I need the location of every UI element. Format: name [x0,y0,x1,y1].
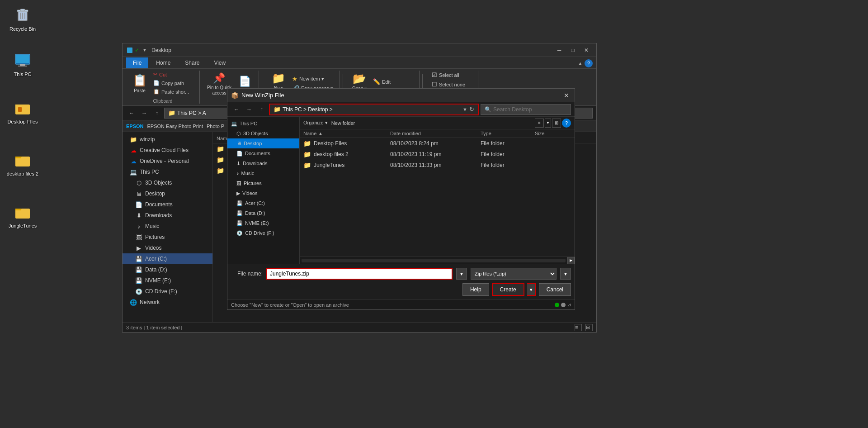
dialog-sidebar-data-d[interactable]: 💾 Data (D:) [227,208,299,218]
help-button[interactable]: Help [462,283,489,296]
forward-button[interactable]: → [139,108,150,119]
table-row[interactable]: 📁 JungleTunes 08/10/2023 11:33 pm File f… [300,160,575,171]
dialog-back-button[interactable]: ← [231,104,242,115]
tab-file[interactable]: File [126,57,148,68]
desktop-icon-recycle-bin[interactable]: Recycle Bin [5,5,41,33]
dialog-status-text: Choose "New" to create or "Open" to open… [231,302,349,308]
dialog-toolbar: Organize ▾ New folder ≡ ▼ ⊞ ? [300,117,575,129]
dialog-sidebar-videos[interactable]: ▶ Videos [227,188,299,198]
dialog-downloads-icon: ⬇ [236,161,241,166]
table-row[interactable]: 📁 Desktop FIles 08/10/2023 8:24 pm File … [300,138,575,149]
desktop-icon-jungletunes[interactable]: JungleTunes [5,201,41,230]
sidebar-item-this-pc[interactable]: 💻 This PC [123,166,212,177]
desktop-icon-desktop-files-2[interactable]: desktop files 2 [5,149,41,178]
cut-icon: ✂ [153,71,157,77]
sidebar-item-videos[interactable]: ▶ Videos [123,243,212,253]
sidebar-item-pictures[interactable]: 🖼 Pictures [123,232,212,243]
dialog-address-refresh[interactable]: ↻ [469,106,474,113]
create-button[interactable]: Create [492,283,524,296]
sidebar-item-data-d[interactable]: 💾 Data (D:) [123,264,212,275]
help-icon[interactable]: ? [585,59,593,67]
sidebar-item-desktop[interactable]: 🖥 Desktop [123,188,212,199]
sidebar-item-nvme-e[interactable]: 💾 NVME (E:) [123,275,212,286]
dropdown-view-icon[interactable]: ▼ [545,119,551,128]
ribbon-collapse-icon[interactable]: ▲ [578,61,583,66]
cancel-button[interactable]: Cancel [539,283,571,296]
create-arrow-button[interactable]: ▼ [527,283,536,296]
dialog-address-box[interactable]: 📁 This PC > Desktop > ▼ ↻ [269,104,479,115]
cut-button[interactable]: ✂ Cut [151,71,196,78]
dialog-sidebar-this-pc[interactable]: 💻 This PC [227,119,299,128]
tab-share[interactable]: Share [178,57,206,68]
dialog-sidebar-pictures[interactable]: 🖼 Pictures [227,178,299,188]
new-item-button[interactable]: ★ New item ▾ [289,75,336,83]
dialog-up-button[interactable]: ↑ [256,104,267,115]
dialog-search-box[interactable]: 🔍 [481,104,571,115]
paste-button[interactable]: 📋 Paste [130,71,150,95]
dialog-sidebar-cd-f[interactable]: 💿 CD Drive (F:) [227,228,299,238]
filename-input[interactable] [266,268,453,280]
dialog-sidebar-desktop[interactable]: 🖥 Desktop [227,138,299,148]
sidebar-item-creative-cloud[interactable]: ☁ Creative Cloud Files [123,145,212,156]
filename-dropdown-button[interactable]: ▼ [456,268,467,280]
row-folder-icon: 📁 [217,156,224,163]
dialog-col-type: Type [481,131,535,136]
dialog-view-toggle[interactable]: ≡ ▼ ⊞ ? [535,119,571,128]
svg-rect-14 [127,48,132,53]
table-row[interactable]: 📁 desktop files 2 08/10/2023 11:19 pm Fi… [300,149,575,160]
maximize-button[interactable]: □ [566,46,579,55]
epson-label: EPSON Easy Photo Print [147,124,203,129]
dialog-music-icon: ♪ [236,171,239,176]
dialog-sidebar-music[interactable]: ♪ Music [227,168,299,178]
filetype-select[interactable]: Zip files (*.zip) [471,268,557,280]
up-button[interactable]: ↑ [151,108,162,119]
paste-shortcut-button[interactable]: 📋 Paste shor... [151,88,196,95]
dialog-drive-d-icon: 💾 [236,210,243,216]
new-folder-button-dialog[interactable]: New folder [331,120,355,126]
sidebar-item-acer-c[interactable]: 💾 Acer (C:) [123,253,212,264]
view-toggle-details[interactable]: ⊞ [585,324,593,331]
select-all-button[interactable]: ☑ Select all [429,71,474,79]
sidebar-item-winzip[interactable]: 📁 winzip [123,134,212,145]
dialog-sidebar-acer-c[interactable]: 💾 Acer (C:) [227,198,299,208]
sidebar-item-downloads[interactable]: ⬇ Downloads [123,210,212,221]
dialog-videos-icon: ▶ [236,190,240,196]
help-dialog-icon[interactable]: ? [562,119,571,128]
close-button[interactable]: ✕ [580,46,593,55]
dialog-sidebar-documents[interactable]: 📄 Documents [227,148,299,158]
dialog-search-input[interactable] [493,106,567,113]
ribbon-tabs: File Home Share View ▲ ? [123,57,596,69]
list-view-icon[interactable]: ≡ [535,119,544,128]
sidebar-item-documents[interactable]: 📄 Documents [123,199,212,210]
tiles-view-icon[interactable]: ⊞ [552,119,561,128]
organize-button[interactable]: Organize ▾ [303,120,328,126]
desktop-icon-this-pc[interactable]: This PC [5,50,41,79]
filetype-dropdown-button[interactable]: ▼ [560,268,571,280]
dialog-hscroll[interactable]: ▶ [300,257,575,264]
scroll-right-button[interactable]: ▶ [567,257,575,264]
dialog-this-pc-icon: 💻 [231,121,237,127]
back-button[interactable]: ← [126,108,137,119]
dialog-close-button[interactable]: ✕ [562,91,571,100]
edit-button[interactable]: ✏️ Edit [370,77,415,86]
sidebar-item-3d-objects[interactable]: ⬡ 3D Objects [123,177,212,188]
dialog-sidebar-downloads[interactable]: ⬇ Downloads [227,158,299,168]
sidebar-item-network[interactable]: 🌐 Network [123,297,212,308]
dialog-address-dropdown[interactable]: ▼ [462,107,467,112]
sidebar-item-onedrive[interactable]: ☁ OneDrive - Personal [123,156,212,166]
sidebar-item-music[interactable]: ♪ Music [123,221,212,232]
minimize-button[interactable]: ─ [553,46,566,55]
dialog-sidebar-3d-objects[interactable]: ⬡ 3D Objects [227,128,299,138]
view-toggle-list[interactable]: ≡ [575,324,582,331]
row-folder-icon: 📁 [217,145,224,152]
titlebar-icon [126,47,133,54]
dialog-resize-handle[interactable]: ⊿ [567,302,571,307]
select-none-button[interactable]: ☐ Select none [429,80,474,89]
dialog-sidebar-nvme-e[interactable]: 💾 NVME (E:) [227,218,299,228]
sidebar-item-cd-f[interactable]: 💿 CD Drive (F:) [123,286,212,297]
dialog-forward-button[interactable]: → [244,104,255,115]
tab-view[interactable]: View [207,57,232,68]
tab-home[interactable]: Home [149,57,177,68]
copy-path-button[interactable]: 📄 Copy path [151,79,196,87]
desktop-icon-desktop-files[interactable]: Desktop FIles [5,97,41,126]
